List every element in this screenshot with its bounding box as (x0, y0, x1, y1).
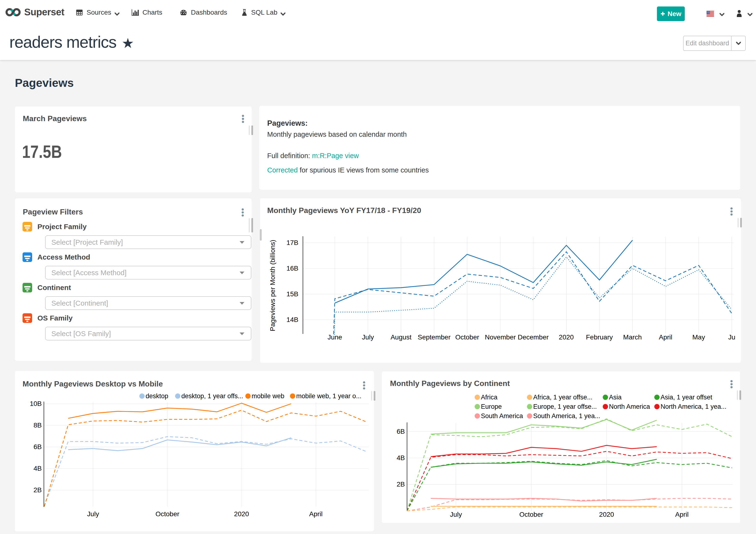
svg-text:6B: 6B (397, 428, 405, 435)
svg-text:2B: 2B (34, 486, 42, 494)
svg-text:Pageviews per Month (billions): Pageviews per Month (billions) (269, 239, 276, 331)
svg-text:2020: 2020 (599, 511, 614, 518)
svg-text:16B: 16B (286, 265, 298, 272)
svg-text:June: June (328, 333, 342, 341)
svg-text:October: October (519, 511, 543, 518)
svg-text:November: November (485, 333, 516, 341)
svg-text:2B: 2B (397, 481, 405, 488)
svg-text:July: July (362, 333, 374, 341)
svg-text:mobile web: mobile web (252, 392, 284, 400)
svg-text:South America: South America (481, 412, 523, 420)
svg-text:Africa: Africa (481, 394, 498, 401)
svg-text:July: July (87, 510, 99, 518)
svg-text:8B: 8B (34, 421, 42, 429)
svg-text:May: May (692, 333, 705, 341)
svg-text:14B: 14B (286, 316, 298, 323)
svg-text:desktop: desktop (146, 392, 168, 400)
svg-text:Europe: Europe (481, 403, 502, 410)
svg-text:February: February (586, 333, 613, 341)
svg-text:April: April (309, 510, 323, 518)
svg-text:6B: 6B (34, 443, 42, 451)
svg-text:15B: 15B (286, 290, 298, 298)
svg-text:mobile web, 1 year o...: mobile web, 1 year o... (296, 392, 362, 400)
svg-text:July: July (450, 511, 462, 518)
svg-text:2020: 2020 (559, 333, 574, 341)
svg-text:September: September (418, 333, 451, 341)
svg-text:Asia: Asia (609, 394, 622, 401)
svg-text:North America: North America (609, 403, 650, 410)
svg-text:Ju: Ju (728, 333, 735, 341)
svg-text:North America, 1 yea...: North America, 1 yea... (661, 403, 726, 410)
svg-text:4B: 4B (397, 454, 405, 462)
svg-text:October: October (455, 333, 479, 341)
svg-text:April: April (675, 511, 688, 518)
svg-text:October: October (155, 510, 179, 518)
svg-text:August: August (391, 333, 411, 341)
svg-text:desktop, 1 year offs...: desktop, 1 year offs... (181, 392, 243, 400)
svg-text:Asia, 1 year offset: Asia, 1 year offset (661, 394, 712, 401)
svg-text:4B: 4B (34, 465, 42, 472)
svg-text:2020: 2020 (234, 510, 249, 518)
svg-text:Europe, 1 year offse...: Europe, 1 year offse... (533, 403, 597, 410)
svg-text:Africa, 1 year offse...: Africa, 1 year offse... (533, 394, 592, 401)
svg-text:17B: 17B (286, 239, 298, 246)
svg-text:March: March (623, 333, 642, 341)
svg-text:December: December (518, 333, 549, 341)
svg-text:10B: 10B (30, 400, 42, 408)
svg-text:South America, 1 yea...: South America, 1 yea... (533, 412, 600, 420)
svg-text:April: April (659, 333, 672, 341)
